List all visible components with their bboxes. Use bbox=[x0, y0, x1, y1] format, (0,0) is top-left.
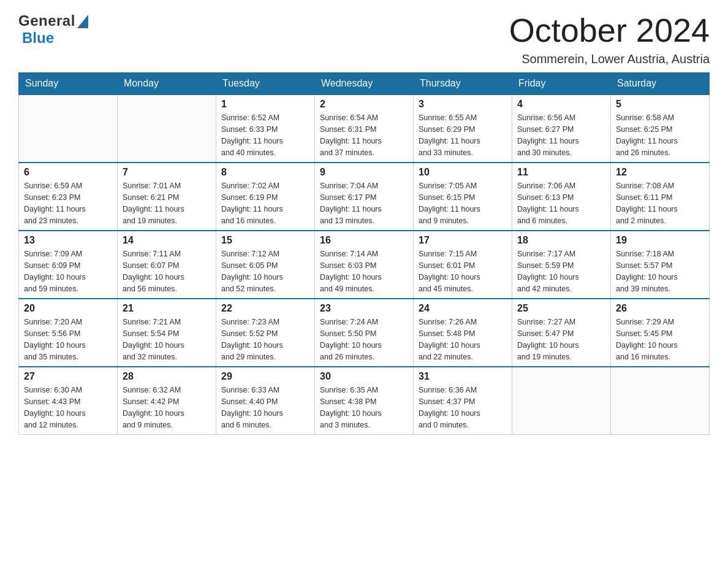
day-info: Sunrise: 6:59 AMSunset: 6:23 PMDaylight:… bbox=[24, 180, 112, 226]
day-cell bbox=[118, 94, 216, 163]
day-cell: 12Sunrise: 7:08 AMSunset: 6:11 PMDayligh… bbox=[611, 163, 710, 231]
day-cell: 7Sunrise: 7:01 AMSunset: 6:21 PMDaylight… bbox=[118, 163, 216, 231]
day-info: Sunrise: 7:12 AMSunset: 6:05 PMDaylight:… bbox=[221, 248, 309, 294]
week-row-4: 20Sunrise: 7:20 AMSunset: 5:56 PMDayligh… bbox=[19, 299, 710, 367]
day-number: 18 bbox=[517, 235, 605, 246]
day-cell: 31Sunrise: 6:36 AMSunset: 4:37 PMDayligh… bbox=[414, 367, 512, 435]
day-cell: 17Sunrise: 7:15 AMSunset: 6:01 PMDayligh… bbox=[414, 231, 512, 299]
day-info: Sunrise: 6:55 AMSunset: 6:29 PMDaylight:… bbox=[419, 112, 507, 158]
day-info: Sunrise: 6:30 AMSunset: 4:43 PMDaylight:… bbox=[24, 385, 112, 431]
day-info: Sunrise: 7:01 AMSunset: 6:21 PMDaylight:… bbox=[123, 180, 211, 226]
day-number: 12 bbox=[616, 167, 704, 178]
day-number: 13 bbox=[24, 235, 112, 246]
col-header-wednesday: Wednesday bbox=[315, 73, 414, 95]
day-info: Sunrise: 6:52 AMSunset: 6:33 PMDaylight:… bbox=[221, 112, 309, 158]
logo: General Blue bbox=[18, 12, 88, 47]
week-row-2: 6Sunrise: 6:59 AMSunset: 6:23 PMDaylight… bbox=[19, 163, 710, 231]
day-info: Sunrise: 6:36 AMSunset: 4:37 PMDaylight:… bbox=[419, 385, 507, 431]
day-number: 30 bbox=[320, 371, 408, 382]
day-info: Sunrise: 6:35 AMSunset: 4:38 PMDaylight:… bbox=[320, 385, 408, 431]
day-cell: 2Sunrise: 6:54 AMSunset: 6:31 PMDaylight… bbox=[315, 94, 414, 163]
day-info: Sunrise: 6:58 AMSunset: 6:25 PMDaylight:… bbox=[616, 112, 704, 158]
page-header: General Blue October 2024 Sommerein, Low… bbox=[18, 12, 710, 66]
day-info: Sunrise: 7:06 AMSunset: 6:13 PMDaylight:… bbox=[517, 180, 605, 226]
day-cell: 14Sunrise: 7:11 AMSunset: 6:07 PMDayligh… bbox=[118, 231, 216, 299]
day-number: 4 bbox=[517, 99, 605, 110]
day-cell: 4Sunrise: 6:56 AMSunset: 6:27 PMDaylight… bbox=[512, 94, 611, 163]
day-cell: 26Sunrise: 7:29 AMSunset: 5:45 PMDayligh… bbox=[611, 299, 710, 367]
day-info: Sunrise: 7:20 AMSunset: 5:56 PMDaylight:… bbox=[24, 316, 112, 362]
day-cell: 10Sunrise: 7:05 AMSunset: 6:15 PMDayligh… bbox=[414, 163, 512, 231]
day-cell: 18Sunrise: 7:17 AMSunset: 5:59 PMDayligh… bbox=[512, 231, 611, 299]
day-cell bbox=[19, 94, 118, 163]
day-number: 22 bbox=[221, 303, 309, 314]
day-number: 27 bbox=[24, 371, 112, 382]
day-info: Sunrise: 7:27 AMSunset: 5:47 PMDaylight:… bbox=[517, 316, 605, 362]
col-header-friday: Friday bbox=[512, 73, 611, 95]
day-number: 2 bbox=[320, 99, 408, 110]
day-number: 19 bbox=[616, 235, 704, 246]
day-cell: 25Sunrise: 7:27 AMSunset: 5:47 PMDayligh… bbox=[512, 299, 611, 367]
logo-triangle-icon bbox=[77, 15, 88, 28]
col-header-sunday: Sunday bbox=[19, 73, 118, 95]
day-info: Sunrise: 7:24 AMSunset: 5:50 PMDaylight:… bbox=[320, 316, 408, 362]
day-cell: 13Sunrise: 7:09 AMSunset: 6:09 PMDayligh… bbox=[19, 231, 118, 299]
day-cell bbox=[512, 367, 611, 435]
col-header-monday: Monday bbox=[118, 73, 216, 95]
day-number: 1 bbox=[221, 99, 309, 110]
week-row-5: 27Sunrise: 6:30 AMSunset: 4:43 PMDayligh… bbox=[19, 367, 710, 435]
day-number: 21 bbox=[123, 303, 211, 314]
day-cell: 19Sunrise: 7:18 AMSunset: 5:57 PMDayligh… bbox=[611, 231, 710, 299]
day-info: Sunrise: 7:08 AMSunset: 6:11 PMDaylight:… bbox=[616, 180, 704, 226]
day-number: 31 bbox=[419, 371, 507, 382]
day-number: 10 bbox=[419, 167, 507, 178]
week-row-1: 1Sunrise: 6:52 AMSunset: 6:33 PMDaylight… bbox=[19, 94, 710, 163]
day-cell: 5Sunrise: 6:58 AMSunset: 6:25 PMDaylight… bbox=[611, 94, 710, 163]
day-cell: 27Sunrise: 6:30 AMSunset: 4:43 PMDayligh… bbox=[19, 367, 118, 435]
day-info: Sunrise: 7:26 AMSunset: 5:48 PMDaylight:… bbox=[419, 316, 507, 362]
day-cell: 21Sunrise: 7:21 AMSunset: 5:54 PMDayligh… bbox=[118, 299, 216, 367]
logo-blue-text: Blue bbox=[22, 29, 54, 47]
col-header-tuesday: Tuesday bbox=[216, 73, 315, 95]
day-cell: 6Sunrise: 6:59 AMSunset: 6:23 PMDaylight… bbox=[19, 163, 118, 231]
day-cell: 28Sunrise: 6:32 AMSunset: 4:42 PMDayligh… bbox=[118, 367, 216, 435]
week-row-3: 13Sunrise: 7:09 AMSunset: 6:09 PMDayligh… bbox=[19, 231, 710, 299]
day-cell: 23Sunrise: 7:24 AMSunset: 5:50 PMDayligh… bbox=[315, 299, 414, 367]
day-number: 14 bbox=[123, 235, 211, 246]
logo-general-text: General bbox=[18, 12, 75, 29]
day-number: 11 bbox=[517, 167, 605, 178]
day-info: Sunrise: 7:23 AMSunset: 5:52 PMDaylight:… bbox=[221, 316, 309, 362]
col-header-thursday: Thursday bbox=[414, 73, 512, 95]
day-number: 9 bbox=[320, 167, 408, 178]
day-cell: 9Sunrise: 7:04 AMSunset: 6:17 PMDaylight… bbox=[315, 163, 414, 231]
day-cell: 15Sunrise: 7:12 AMSunset: 6:05 PMDayligh… bbox=[216, 231, 315, 299]
day-number: 5 bbox=[616, 99, 704, 110]
day-info: Sunrise: 6:33 AMSunset: 4:40 PMDaylight:… bbox=[221, 385, 309, 431]
location-title: Sommerein, Lower Austria, Austria bbox=[509, 52, 710, 66]
day-cell bbox=[611, 367, 710, 435]
day-number: 25 bbox=[517, 303, 605, 314]
day-number: 8 bbox=[221, 167, 309, 178]
day-info: Sunrise: 7:15 AMSunset: 6:01 PMDaylight:… bbox=[419, 248, 507, 294]
day-number: 16 bbox=[320, 235, 408, 246]
day-info: Sunrise: 6:32 AMSunset: 4:42 PMDaylight:… bbox=[123, 385, 211, 431]
day-info: Sunrise: 7:29 AMSunset: 5:45 PMDaylight:… bbox=[616, 316, 704, 362]
day-info: Sunrise: 7:02 AMSunset: 6:19 PMDaylight:… bbox=[221, 180, 309, 226]
col-header-saturday: Saturday bbox=[611, 73, 710, 95]
day-info: Sunrise: 7:04 AMSunset: 6:17 PMDaylight:… bbox=[320, 180, 408, 226]
day-number: 20 bbox=[24, 303, 112, 314]
day-cell: 30Sunrise: 6:35 AMSunset: 4:38 PMDayligh… bbox=[315, 367, 414, 435]
day-info: Sunrise: 7:14 AMSunset: 6:03 PMDaylight:… bbox=[320, 248, 408, 294]
calendar-table: SundayMondayTuesdayWednesdayThursdayFrid… bbox=[18, 72, 710, 435]
day-cell: 24Sunrise: 7:26 AMSunset: 5:48 PMDayligh… bbox=[414, 299, 512, 367]
day-number: 17 bbox=[419, 235, 507, 246]
day-number: 29 bbox=[221, 371, 309, 382]
month-title: October 2024 bbox=[509, 12, 710, 48]
day-info: Sunrise: 6:54 AMSunset: 6:31 PMDaylight:… bbox=[320, 112, 408, 158]
day-info: Sunrise: 7:05 AMSunset: 6:15 PMDaylight:… bbox=[419, 180, 507, 226]
day-info: Sunrise: 7:17 AMSunset: 5:59 PMDaylight:… bbox=[517, 248, 605, 294]
day-cell: 16Sunrise: 7:14 AMSunset: 6:03 PMDayligh… bbox=[315, 231, 414, 299]
day-info: Sunrise: 7:18 AMSunset: 5:57 PMDaylight:… bbox=[616, 248, 704, 294]
day-number: 15 bbox=[221, 235, 309, 246]
day-cell: 3Sunrise: 6:55 AMSunset: 6:29 PMDaylight… bbox=[414, 94, 512, 163]
